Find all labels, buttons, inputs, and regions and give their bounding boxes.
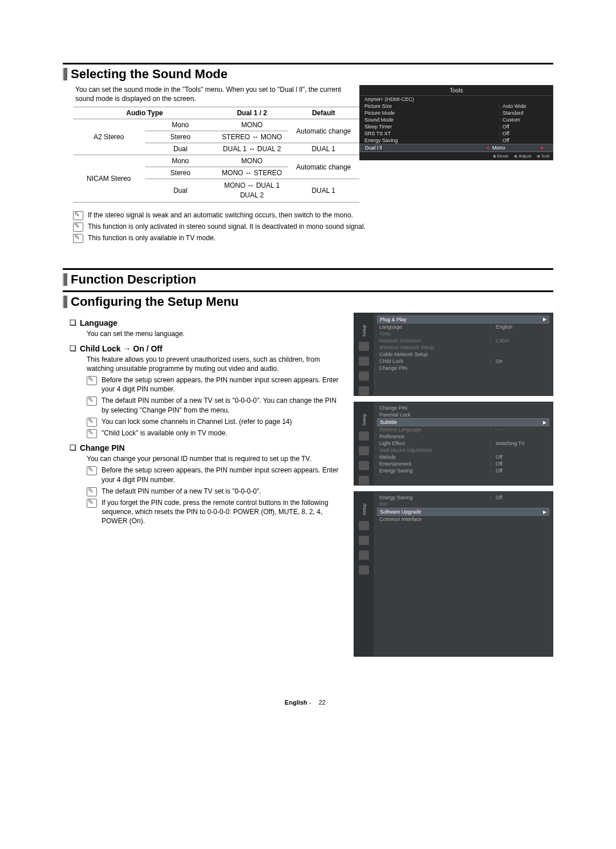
cell: Dual <box>145 143 217 155</box>
note-item: "Child Lock" is available only in TV mod… <box>87 428 343 438</box>
setup-osd-row: Energy Saving:Off <box>377 494 549 501</box>
note-item: This function is only activated in stere… <box>73 222 553 231</box>
cell: DUAL 1 <box>288 179 360 203</box>
setup-description: You can change your personal ID number t… <box>87 454 343 463</box>
setup-osd-panel: SetupChange PINParental LockSubtitleTele… <box>354 402 553 486</box>
setup-osd-row: Change PIN <box>377 365 549 371</box>
setup-osd-row: Child Lock:On <box>377 358 549 365</box>
tools-row: Anynet+ (HDMI-CEC) <box>360 96 553 103</box>
setup-osd-row: Change PIN <box>377 405 549 411</box>
menu-icon <box>359 565 369 575</box>
cell: MONO <box>216 119 288 131</box>
cell: Mono <box>145 119 217 131</box>
cell: DUAL 1 ↔ DUAL 2 <box>216 143 288 155</box>
cog-icon <box>359 536 369 545</box>
setup-osd-row: Melody:Off <box>377 454 549 460</box>
tools-row: Sound Mode:Custom <box>360 116 553 123</box>
note-item: The default PIN number of a new TV set i… <box>87 396 343 414</box>
footer-lang: English <box>285 699 307 706</box>
gear-icon <box>359 431 369 440</box>
tools-osd-footer: Move Adjust Exit <box>360 152 553 160</box>
cell: STEREO ↔ MONO <box>216 131 288 143</box>
setup-description: This feature allows you to prevent unaut… <box>87 355 343 373</box>
note-item: If you forget the PIN code, press the re… <box>87 498 343 526</box>
cell: Stereo <box>145 131 217 143</box>
tools-osd: Tools Anynet+ (HDMI-CEC)Picture Size:Aut… <box>359 85 553 160</box>
th-dual: Dual 1 / 2 <box>216 107 288 119</box>
setup-osd-row: Parental Lock <box>377 411 549 418</box>
section-title-sound-mode: Selecting the Sound Mode <box>63 63 553 82</box>
note-item: You can lock some channels in Channel Li… <box>87 417 343 426</box>
cog-icon <box>359 446 369 455</box>
cog-icon <box>359 357 369 366</box>
cell-a2-stereo: A2 Stereo <box>73 119 145 155</box>
cell: Mono <box>145 155 217 167</box>
menu-icon <box>359 386 369 395</box>
setup-description: You can set the menu language. <box>87 329 343 338</box>
screen-icon <box>359 371 369 381</box>
setup-osd-row: Light Effect:Watching TV <box>377 440 549 447</box>
setup-osd-row: Network Selection:Cable <box>377 337 549 344</box>
section-title-configuring-setup: Configuring the Setup Menu <box>63 290 553 309</box>
setup-subhead: Language <box>70 318 343 328</box>
cell: Automatic change <box>288 155 360 179</box>
footer-move: Move <box>493 153 509 159</box>
section-title-function-description: Function Description <box>63 268 553 287</box>
cell: DUAL 1 <box>288 143 360 155</box>
cell: MONO ↔ DUAL 1 DUAL 2 <box>216 179 288 203</box>
panel-side-label: Setup <box>362 503 367 515</box>
cell-nicam: NICAM Stereo <box>73 155 145 203</box>
cell: MONO ↔ STEREO <box>216 167 288 179</box>
cell: Dual <box>145 179 217 203</box>
tools-row: Picture Size:Auto Wide <box>360 103 553 110</box>
note-item: The default PIN number of a new TV set i… <box>87 487 343 496</box>
footer-adjust: Adjust <box>514 153 531 159</box>
screen-icon <box>359 461 369 470</box>
sound-mode-intro: You can set the sound mode in the "Tools… <box>75 85 349 103</box>
setup-osd-row: Subtitle <box>377 418 549 426</box>
setup-subhead: Change PIN <box>70 443 343 452</box>
setup-subhead: Child Lock → On / Off <box>70 344 343 353</box>
setup-osd-row: Plug & Play <box>377 316 549 324</box>
tools-row: Dual l ll◄Mono► <box>360 144 553 152</box>
footer-page: 22 <box>313 698 331 707</box>
setup-osd-row: PIP <box>377 501 549 508</box>
cell: MONO <box>216 155 288 167</box>
note-item: Before the setup screen appears, the PIN… <box>87 466 343 484</box>
setup-notes: Before the setup screen appears, the PIN… <box>87 466 343 525</box>
note-item: Before the setup screen appears, the PIN… <box>87 375 343 394</box>
setup-osd-row: Language:English <box>377 324 549 330</box>
setup-osd-row: Cable Network Setup <box>377 351 549 358</box>
gear-icon <box>359 521 369 530</box>
note-item: If the stereo signal is weak and an auto… <box>73 211 553 220</box>
tools-osd-title: Tools <box>360 86 553 96</box>
tools-row: Energy Saving:Off <box>360 137 553 144</box>
setup-osd-row: Time <box>377 330 549 337</box>
tools-row: Sleep Timer:Off <box>360 123 553 130</box>
setup-osd-row: Preference <box>377 433 549 440</box>
setup-osd-row: Teletext Language:---- <box>377 426 549 433</box>
page-footer: English - 22 <box>63 697 553 708</box>
setup-osd-row: Common Interface <box>377 516 549 523</box>
tools-row: Picture Mode:Standard <box>360 110 553 116</box>
tools-row: SRS TS XT:Off <box>360 130 553 137</box>
th-default: Default <box>288 107 360 119</box>
setup-notes: Before the setup screen appears, the PIN… <box>87 375 343 438</box>
setup-osd-row: Wireless Network Setup <box>377 344 549 351</box>
panel-side-label: Setup <box>362 414 367 426</box>
setup-osd-panel: SetupPlug & PlayLanguage:EnglishTimeNetw… <box>354 313 553 397</box>
audio-type-table: Audio Type Dual 1 / 2 Default A2 Stereo … <box>73 107 359 203</box>
sound-mode-notes: If the stereo signal is weak and an auto… <box>73 211 553 243</box>
setup-osd-panel: SetupEnergy Saving:OffPIPSoftware Upgrad… <box>354 491 553 657</box>
cell: Stereo <box>145 167 217 179</box>
setup-osd-row: Entertainment:Off <box>377 460 549 467</box>
panel-side-label: Setup <box>362 325 367 337</box>
menu-icon <box>359 476 369 485</box>
screen-icon <box>359 551 369 560</box>
setup-osd-row: Energy Saving:Off <box>377 467 549 474</box>
th-audio-type: Audio Type <box>73 107 216 119</box>
note-item: This function is only available in TV mo… <box>73 233 553 242</box>
setup-osd-row: Software Upgrade <box>377 508 549 516</box>
setup-osd-row: Wall-Mount Adjustment <box>377 447 549 454</box>
footer-exit: Exit <box>537 153 549 159</box>
